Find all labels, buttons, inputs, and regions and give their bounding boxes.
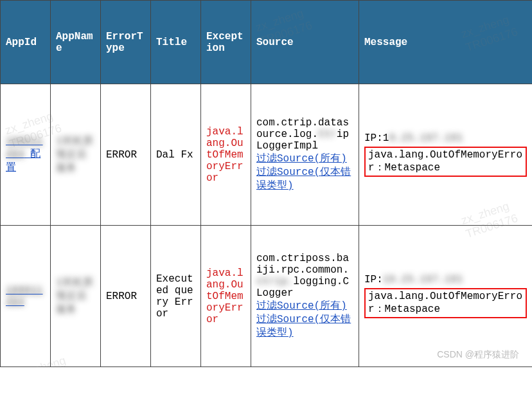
cell-source: com.ctriposs.baiji.rpc.common.ctrip.logg…: [251, 226, 359, 367]
cell-title: Executed query Error: [151, 226, 201, 367]
appid-link[interactable]: 100011 494 配置: [6, 136, 43, 174]
cell-exception: java.lang.OutOfMemoryError: [201, 226, 251, 367]
cell-source: com.ctrip.datasource.log.CtripLoggerImpl…: [251, 84, 359, 226]
cell-message: IP:10.25.197.181 java.lang.OutOfMemoryEr…: [359, 84, 533, 226]
error-highlight-box: java.lang.OutOfMemoryError：Metaspace: [364, 288, 527, 318]
cell-appname: 1班机票预定后服务: [51, 226, 101, 367]
source-classpath: com.ctrip.datasource.log.CtripLoggerImpl: [256, 117, 349, 152]
cell-appname: 1班机票预定后服务: [51, 84, 101, 226]
appname-text: 1班机票预定后服务: [56, 277, 93, 316]
ip-value: 0.25.197.181: [389, 132, 463, 144]
cell-title: Dal Fx: [151, 84, 201, 226]
ip-value: 10.25.197.181: [383, 274, 463, 285]
cell-message: IP:10.25.197.181 java.lang.OutOfMemoryEr…: [359, 226, 533, 367]
filter-source-all-link[interactable]: 过滤Source(所有): [256, 300, 347, 312]
cell-appid: 100011 494: [1, 226, 51, 367]
cell-exception: java.lang.OutOfMemoryError: [201, 84, 251, 226]
header-errortype: ErrorType: [101, 1, 151, 84]
table-row: 100011 494 1班机票预定后服务 ERROR Executed quer…: [1, 226, 533, 367]
header-title: Title: [151, 1, 201, 84]
error-highlight-box: java.lang.OutOfMemoryError：Metaspace: [364, 147, 527, 177]
filter-source-type-link[interactable]: 过滤Source(仅本错误类型): [256, 314, 351, 339]
cell-errortype: ERROR: [101, 84, 151, 226]
header-appid: AppId: [1, 1, 51, 84]
filter-source-all-link[interactable]: 过滤Source(所有): [256, 153, 347, 165]
credit-text: CSDN @程序猿进阶: [437, 349, 519, 361]
exception-text: java.lang.OutOfMemoryError: [206, 126, 244, 184]
header-source: Source: [251, 1, 359, 84]
header-row: AppId AppName ErrorType Title Exception …: [1, 1, 533, 84]
table-row: 100011 494 配置 1班机票预定后服务 ERROR Dal Fx jav…: [1, 84, 533, 226]
appname-text: 1班机票预定后服务: [56, 136, 93, 174]
exception-text: java.lang.OutOfMemoryError: [206, 267, 244, 325]
source-classpath: com.ctriposs.baiji.rpc.common.ctrip.logg…: [256, 253, 349, 299]
appid-link[interactable]: 100011 494: [6, 285, 43, 308]
header-message: Message: [359, 1, 533, 84]
error-log-table: AppId AppName ErrorType Title Exception …: [0, 0, 532, 367]
header-exception: Exception: [201, 1, 251, 84]
ip-label: IP:: [364, 274, 383, 285]
header-appname: AppName: [51, 1, 101, 84]
cell-errortype: ERROR: [101, 226, 151, 367]
ip-label: IP:1: [364, 132, 389, 144]
cell-appid: 100011 494 配置: [1, 84, 51, 226]
filter-source-type-link[interactable]: 过滤Source(仅本错误类型): [256, 167, 351, 192]
